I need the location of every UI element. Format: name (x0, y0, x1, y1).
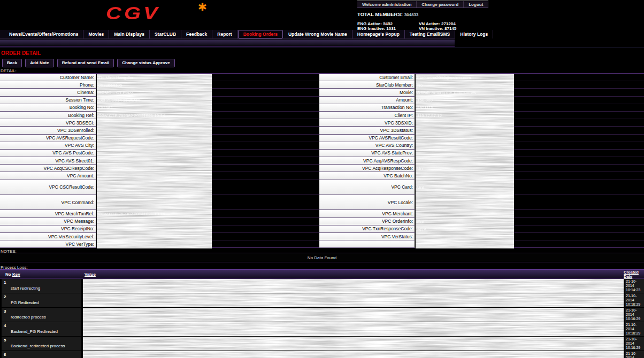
detail-value-vpc-acqresponsecode: Un (416, 165, 514, 172)
nav-tab-starclub[interactable]: StarCLUB (150, 30, 181, 38)
log-created-date: 21-10-2014 10:16:29 (625, 322, 644, 336)
detail-label-vpc-3dsenrolled: VPC 3DSenrolled: (0, 127, 97, 134)
log-keyname: PG Redirected (11, 300, 39, 305)
detail-label-item (319, 240, 416, 248)
action-buttons: BackAdd NoteRefund and send EmailChange … (2, 59, 175, 67)
log-created-date: 21-10-2014 10:16:29 (625, 308, 644, 322)
detail-label-vpc-acqresponsecode: VPC AcqResponseCode: (319, 165, 416, 172)
log-key-cell: 1start redirecting (2, 279, 81, 293)
detail-label-booking-ref: Booking Ref: (0, 112, 97, 119)
detail-spacer (514, 74, 644, 81)
detail-value-session-time: Oct 21 2014 11:20AM (97, 97, 212, 104)
detail-label-vpc-locale: VPC Locale: (319, 195, 416, 210)
nav-tab-movies[interactable]: Movies (83, 30, 109, 38)
back-button[interactable]: Back (2, 59, 22, 67)
detail-spacer (212, 233, 319, 240)
user-menu-logout[interactable]: Logout (464, 1, 488, 7)
detail-spacer (212, 157, 319, 165)
change-status-approve-button[interactable]: Change status Approve (117, 59, 175, 67)
log-key-cell: 3redirected process (2, 308, 81, 322)
detail-spacer (212, 142, 319, 150)
detail-label-vpc-cscresultcode: VPC CSCResultCode: (0, 180, 97, 195)
order-detail-table: Customer Name:Customer Email:Thi Minh Ha… (0, 73, 644, 248)
detail-spacer (212, 210, 319, 217)
refund-and-send-email-button[interactable]: Refund and send Email (57, 59, 114, 67)
add-note-button[interactable]: Add Note (25, 59, 54, 67)
detail-spacer (212, 112, 319, 119)
detail-label-vpc-batchno: VPC BatchNo: (319, 172, 416, 180)
total-members: TOTAL MEMBERS: 364833 (357, 11, 480, 17)
nav-tab-feedback[interactable]: Feedback (181, 30, 212, 38)
detail-label-vpc-avsrequestcode: VPC AVSRequestCode: (0, 135, 97, 142)
nav-tab-testing-email-sms[interactable]: Testing Email/SMS (405, 30, 455, 38)
detail-spacer (514, 172, 644, 180)
user-menu: Welcome administrationChange passwordLog… (357, 1, 488, 8)
detail-section-label: DETAIL: (1, 68, 17, 73)
detail-label-vpc-receiptno: VPC ReceiptNo: (0, 225, 97, 233)
detail-label-vpc-message: VPC Message: (0, 218, 97, 225)
nav-tab-booking-orders[interactable]: Booking Orders (238, 30, 283, 38)
detail-value-vpc-txnresponsecode: Appr (416, 225, 514, 233)
log-created-date: 21-10-2014 10:14:23 (625, 279, 644, 293)
detail-spacer (514, 150, 644, 157)
log-value-redacted (83, 293, 624, 307)
log-created-date: 21-10-2014 10:16:29 (625, 351, 644, 358)
detail-label-starclub-member: StarClub Member: (319, 81, 416, 89)
detail-label-vpc-merchant: VPC Merchant: (319, 210, 416, 217)
total-members-value: 364833 (404, 12, 419, 17)
cgv-logo-star-icon: ✱ (198, 2, 207, 12)
nav-tab-homepage-s-popup[interactable]: Homepage's Popup (352, 30, 405, 38)
log-value-redacted (83, 279, 624, 293)
detail-spacer (514, 89, 644, 96)
logs-col-created-sort[interactable]: Created Date (624, 270, 643, 279)
detail-label-vpc-avs-country: VPC AVS Country: (319, 142, 416, 150)
nav-tab-news-events-offers-promotions[interactable]: News/Events/Offers/Promotions (4, 30, 83, 38)
detail-label-session-time: Session Time: (0, 97, 97, 104)
detail-label-vpc-3dsxid: VPC 3DSXID: (319, 119, 416, 127)
detail-label-vpc-command: VPC Command: (0, 195, 97, 210)
detail-value-client-ip: 115.77.97.12 (416, 112, 514, 119)
log-key-cell: 5Backend_redirected process (2, 337, 81, 351)
detail-spacer (212, 135, 319, 142)
detail-spacer (212, 74, 319, 81)
detail-label-movie: Movie: (319, 89, 416, 96)
detail-label-vpc-3dseci: VPC 3DSECI: (0, 119, 97, 127)
detail-spacer (212, 150, 319, 157)
detail-label-booking-no: Booking No: (0, 104, 97, 112)
detail-label-vpc-orderinfo: VPC OrderInfo: (319, 218, 416, 225)
detail-spacer (514, 135, 644, 142)
detail-spacer (514, 180, 644, 195)
nav-tab-history-logs[interactable]: History Logs (455, 30, 493, 38)
nav-tab-main-displays[interactable]: Main Displays (109, 30, 150, 38)
detail-label-vpc-3dsstatus: VPC 3DSstatus: (319, 127, 416, 134)
nav-tab-update-wrong-movie-name[interactable]: Update Wrong Movie Name (283, 30, 352, 38)
detail-value-movie: A Walk Among the Tombstones (416, 89, 514, 96)
notes-empty-text: No Data Found (308, 255, 336, 260)
detail-spacer (212, 225, 319, 233)
detail-value-transaction-no: 4951115 (416, 104, 514, 112)
detail-label-vpc-txnresponsecode: VPC TxnResponseCode: (319, 225, 416, 233)
log-key-cell: 4Backend_PG Redirected (2, 322, 81, 336)
logs-col-value-sort[interactable]: Value (85, 272, 96, 277)
logs-col-key-sort[interactable]: Key (12, 272, 20, 277)
detail-spacer (212, 218, 319, 225)
user-menu-change-password[interactable]: Change password (417, 1, 464, 7)
log-row-5: 5Backend_redirected process21-10-2014 10… (0, 337, 644, 351)
detail-spacer (212, 104, 319, 112)
user-menu-welcome-administration[interactable]: Welcome administration (357, 1, 417, 7)
detail-spacer (514, 97, 644, 104)
detail-label-vpc-avs-street01: VPC AVS Street01: (0, 157, 97, 165)
notes-box: No Data Found (0, 253, 644, 262)
detail-label-phone: Phone: (0, 81, 97, 89)
stat-eng-active: ENG Active: 5452 (357, 21, 419, 26)
member-stats: TOTAL MEMBERS: 364833 ENG Active: 5452EN… (357, 11, 480, 31)
log-no: 6 (4, 352, 6, 357)
detail-spacer (514, 119, 644, 127)
detail-label-client-ip: Client IP: (319, 112, 416, 119)
detail-spacer (212, 81, 319, 89)
log-row-1: 1start redirecting21-10-2014 10:14:23 (0, 279, 644, 293)
detail-spacer (212, 119, 319, 127)
log-no: 5 (4, 338, 6, 343)
nav-tab-report[interactable]: Report (212, 30, 237, 38)
log-keyname: Backend_redirected process (11, 344, 65, 348)
